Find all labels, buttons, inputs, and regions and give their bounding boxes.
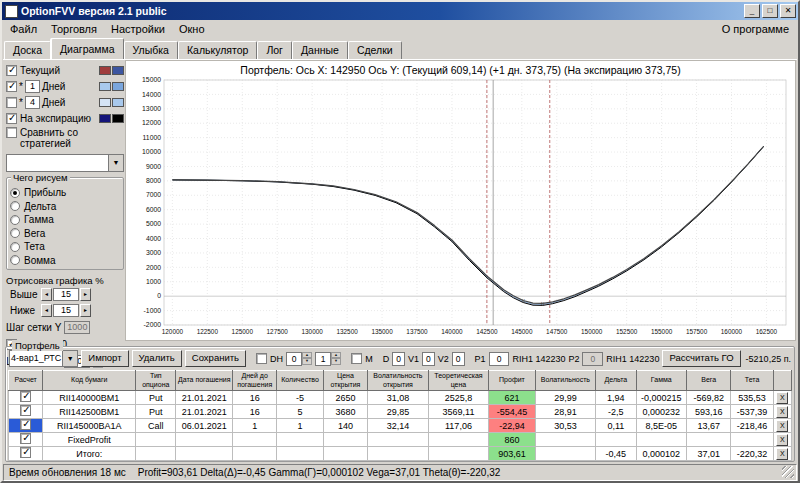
row-calc-cell[interactable] [9,405,43,419]
tab-7[interactable]: Сделки [348,41,402,59]
col-header-3[interactable]: Тип опциона [136,371,176,391]
p1-input[interactable]: 0 [489,352,510,366]
days4-checkbox[interactable] [6,97,17,108]
days1-color-2[interactable] [112,82,124,91]
tab-3[interactable]: Улыбка [124,41,178,59]
days4-color-1[interactable] [99,98,111,107]
tab-5[interactable]: Лог [257,41,292,59]
row-calc-checkbox[interactable] [20,391,31,402]
m-checkbox[interactable] [351,353,362,364]
dh-spin1-value[interactable]: 0 [286,352,302,366]
row-delete-button[interactable]: X [776,406,788,418]
col-header-4[interactable]: Дата погашения [176,371,233,391]
col-header-14[interactable]: Вега [686,371,730,391]
draw-option-6[interactable]: Вомма [10,254,120,268]
compare-strategy-row: Сравнить со стратегией [6,127,124,151]
col-header-13[interactable]: Гамма [636,371,686,391]
row-calc-cell[interactable] [9,433,43,447]
draw-option-1[interactable]: Прибыль [10,186,120,200]
svg-text:1000: 1000 [146,278,161,285]
above-decrease-button[interactable]: ◄ [41,288,52,301]
preset-combo[interactable]: 4-вар1_РТС ▼ [9,350,78,367]
dh-checkbox[interactable] [256,353,267,364]
d-input[interactable]: 0 [392,352,405,366]
row-delete-button[interactable]: X [776,448,788,460]
grid-y-input[interactable]: 1000 [64,321,90,334]
col-header-6[interactable]: Количество [277,371,323,391]
strategy-combo[interactable]: ▼ [6,154,124,172]
save-button[interactable]: Сохранить [185,350,246,367]
col-header-11[interactable]: Волатильность [535,371,596,391]
maximize-button[interactable]: □ [762,4,778,18]
col-header-16[interactable] [773,371,791,391]
above-increase-button[interactable]: ► [80,288,91,301]
days1-checkbox[interactable] [6,81,17,92]
draw-option-2[interactable]: Дельта [10,200,120,214]
row-delete-button[interactable]: X [776,420,788,432]
title-bar[interactable]: OptionFVV версия 2.1 public _ □ ✕ [2,2,798,20]
tab-6[interactable]: Данные [292,41,348,59]
expiration-color-2[interactable] [112,114,124,123]
draw-option-3[interactable]: Гамма [10,213,120,227]
spin-down-icon[interactable]: ▼ [331,358,341,365]
spin-down-icon[interactable]: ▼ [302,358,312,365]
row-calc-checkbox[interactable] [20,447,31,458]
days4-color-2[interactable] [112,98,124,107]
menu-item-1[interactable]: Файл [3,21,44,37]
below-value-input[interactable]: 15 [53,304,79,317]
tab-1[interactable]: Доска [4,41,51,59]
menu-item-3[interactable]: Настройки [104,21,172,37]
draw-option-5[interactable]: Тета [10,240,120,254]
above-value-input[interactable]: 15 [53,288,79,301]
current-color-2[interactable] [112,66,124,75]
import-button[interactable]: Импорт [81,350,128,367]
draw-option-4[interactable]: Вега [10,227,120,241]
resize-grip[interactable] [782,466,794,478]
p2-input[interactable]: 0 [582,352,603,366]
days1-color-1[interactable] [99,82,111,91]
preset-combo-dropdown-icon[interactable]: ▼ [62,351,77,366]
row-delete-button[interactable]: X [776,434,788,446]
menu-item-2[interactable]: Торговля [44,21,104,37]
row-calc-checkbox[interactable] [20,419,31,430]
row-delete-button[interactable]: X [776,392,788,404]
expiration-checkbox[interactable] [6,113,17,124]
row-calc-cell[interactable] [9,419,43,433]
col-header-10[interactable]: Профит [489,371,535,391]
minimize-button[interactable]: _ [744,4,760,18]
col-header-2[interactable]: Код бумаги [43,371,136,391]
row-calc-checkbox[interactable] [20,433,31,444]
delete-button[interactable]: Удалить [132,350,182,367]
below-decrease-button[interactable]: ◄ [41,304,52,317]
dh-spinner-1[interactable]: 0 ▲▼ [286,352,312,366]
close-button[interactable]: ✕ [780,4,796,18]
compare-strategy-checkbox[interactable] [6,127,17,138]
below-increase-button[interactable]: ► [80,304,91,317]
current-checkbox[interactable] [6,65,17,76]
calc-go-button[interactable]: Рассчитать ГО [662,350,740,367]
days4-input[interactable]: 4 [25,96,40,109]
col-header-5[interactable]: Дней до погашения [232,371,276,391]
col-header-9[interactable]: Теоретическая цена [428,371,489,391]
strategy-combo-dropdown-icon[interactable]: ▼ [108,155,123,171]
menu-item-about[interactable]: О программе [714,21,797,37]
col-header-15[interactable]: Тета [731,371,773,391]
v2-input[interactable]: 0 [452,352,465,366]
col-header-12[interactable]: Дельта [596,371,636,391]
row-calc-cell[interactable] [9,447,43,461]
dh-spin2-value[interactable]: 1 [315,352,331,366]
dh-spinner-2[interactable]: 1 ▲▼ [315,352,341,366]
v1-input[interactable]: 0 [422,352,435,366]
row-calc-checkbox[interactable] [20,405,31,416]
menu-item-4[interactable]: Окно [172,21,212,37]
current-color-1[interactable] [99,66,111,75]
col-header-7[interactable]: Цена открытия [323,371,367,391]
col-header-8[interactable]: Волатильность открытия [368,371,429,391]
row-calc-cell[interactable] [9,391,43,405]
expiration-color-1[interactable] [99,114,111,123]
payoff-chart[interactable]: -2000-1000010002000300040005000600070008… [126,77,798,339]
tab-4[interactable]: Калькулятор [178,41,257,59]
col-header-1[interactable]: Расчет [9,371,43,391]
tab-2[interactable]: Диаграмма [51,38,124,59]
days1-input[interactable]: 1 [25,80,40,93]
